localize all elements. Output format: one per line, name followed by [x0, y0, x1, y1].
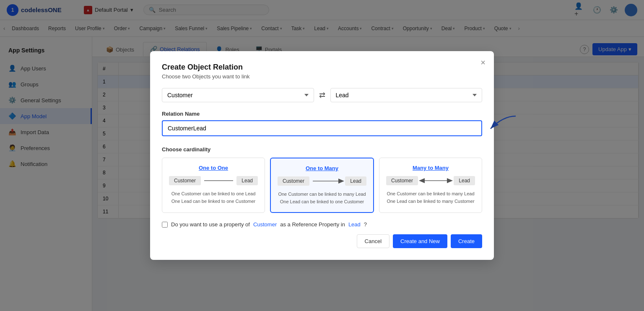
- relation-name-input[interactable]: [162, 120, 482, 136]
- one-to-many-title[interactable]: One to Many: [278, 165, 366, 171]
- object-right-select[interactable]: Lead: [330, 88, 483, 102]
- one-to-one-diagram: Customer Lead: [169, 176, 258, 185]
- one-to-many-desc: One Customer can be linked to many Lead …: [278, 191, 366, 205]
- node-lead-mtm: Lead: [454, 176, 475, 185]
- svg-marker-1: [338, 179, 344, 184]
- ref-text-before: Do you want to use a property of: [171, 221, 250, 228]
- arrow-otm: [338, 179, 344, 184]
- node-customer-oto: Customer: [169, 176, 201, 185]
- object-left-select[interactable]: Customer: [162, 88, 314, 102]
- cardinality-many-to-many[interactable]: Many to Many Customer Lead: [379, 158, 482, 213]
- create-object-relation-modal: × Create Object Relation Choose two Obje…: [150, 51, 494, 260]
- relation-name-label: Relation Name: [162, 111, 482, 117]
- ref-link-customer[interactable]: Customer: [253, 221, 277, 228]
- relation-name-wrapper: [162, 120, 482, 136]
- ref-text-after: ?: [364, 221, 367, 228]
- modal-overlay[interactable]: × Create Object Relation Choose two Obje…: [0, 0, 644, 311]
- one-to-many-diagram: Customer Lead: [278, 176, 366, 186]
- cardinality-one-to-many[interactable]: One to Many Customer Lead One Customer c…: [270, 158, 374, 213]
- line-oto: [204, 180, 233, 181]
- node-customer-mtm: Customer: [386, 176, 418, 185]
- many-to-many-diagram: Customer Lead: [386, 176, 475, 185]
- one-to-one-title[interactable]: One to One: [169, 165, 258, 171]
- node-lead-oto: Lead: [236, 176, 258, 185]
- create-button[interactable]: Create: [451, 234, 482, 248]
- modal-footer: Cancel Create and New Create: [162, 234, 482, 248]
- ref-link-lead[interactable]: Lead: [348, 221, 361, 228]
- line-otm: [313, 181, 342, 181]
- arrow-mtm-right: [447, 178, 453, 183]
- ref-property-checkbox[interactable]: [162, 222, 168, 228]
- reference-property-row: Do you want to use a property of Custome…: [162, 221, 482, 228]
- cancel-button[interactable]: Cancel: [357, 234, 390, 248]
- arrow-annotation: [478, 114, 520, 139]
- object-selector-row: Customer ⇄ Lead: [162, 88, 482, 102]
- many-to-many-title[interactable]: Many to Many: [386, 165, 475, 171]
- many-to-many-desc: One Customer can be linked to many Lead …: [386, 190, 475, 205]
- cardinality-one-to-one[interactable]: One to One Customer Lead One Customer ca…: [162, 158, 265, 213]
- node-customer-otm: Customer: [278, 176, 309, 186]
- create-and-new-button[interactable]: Create and New: [393, 234, 447, 248]
- line-mtm: [421, 180, 450, 181]
- modal-title: Create Object Relation: [162, 63, 482, 72]
- modal-close-button[interactable]: ×: [480, 58, 486, 67]
- swap-icon[interactable]: ⇄: [319, 91, 325, 100]
- modal-subtitle: Choose two Objects you want to link: [162, 73, 482, 80]
- node-lead-otm: Lead: [345, 176, 366, 186]
- svg-marker-3: [447, 178, 453, 183]
- svg-marker-2: [419, 178, 425, 183]
- arrow-mtm-left: [419, 178, 425, 183]
- ref-text-mid: as a Reference Property in: [280, 221, 345, 228]
- cardinality-row: One to One Customer Lead One Customer ca…: [162, 158, 482, 213]
- one-to-one-desc: One Customer can be linked to one Lead O…: [169, 190, 258, 205]
- cardinality-label: Choose cardinality: [162, 146, 482, 153]
